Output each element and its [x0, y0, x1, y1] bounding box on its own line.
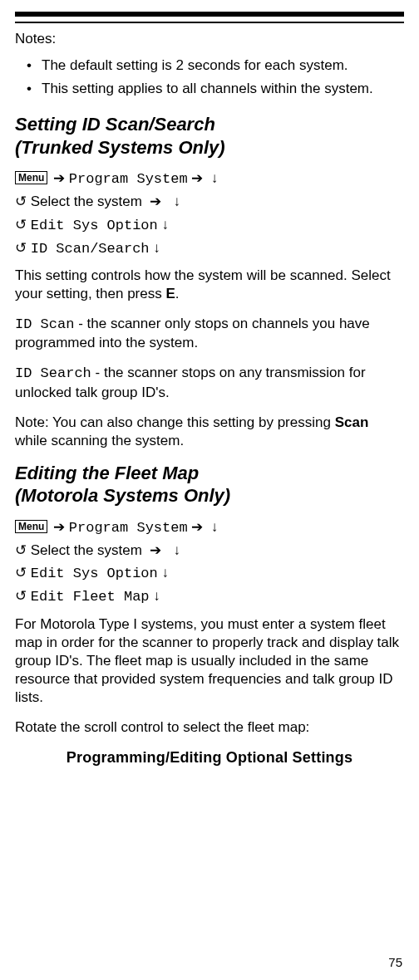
nav-step-edit-fleet-map: Edit Fleet Map: [31, 589, 150, 605]
text: This setting controls how the system wil…: [15, 267, 391, 301]
nav-path: Menu ➔ Program System ➔ ↓ ↺ Select the s…: [15, 167, 404, 260]
arrow-down-icon: ↓: [174, 542, 181, 558]
arrow-right-icon: ➔: [53, 170, 65, 186]
arrow-down-icon: ↓: [153, 588, 160, 604]
arrow-right-icon: ➔: [191, 170, 203, 186]
menu-key-icon: Menu: [15, 171, 47, 184]
footer-title: Programming/Editing Optional Settings: [15, 748, 404, 767]
paragraph: ID Scan - the scanner only stops on chan…: [15, 315, 404, 352]
rotate-icon: ↺: [15, 217, 27, 233]
arrow-right-icon: ➔: [150, 542, 161, 558]
key-scan: Scan: [335, 414, 369, 430]
nav-step-program-system: Program System: [69, 171, 188, 187]
term-id-search: ID Search: [15, 365, 91, 381]
arrow-down-icon: ↓: [174, 194, 181, 209]
arrow-down-icon: ↓: [153, 240, 160, 256]
rule-thick: [15, 12, 404, 17]
nav-step-id-scan-search: ID Scan/Search: [31, 241, 150, 257]
notes-item: The default setting is 2 seconds for eac…: [27, 56, 404, 75]
rotate-icon: ↺: [15, 240, 27, 256]
page-number: 75: [388, 954, 402, 971]
paragraph: ID Search - the scanner stops on any tra…: [15, 364, 404, 401]
text: while scanning the system.: [15, 433, 184, 448]
paragraph: Rotate the scroll control to select the …: [15, 718, 404, 737]
paragraph: This setting controls how the system wil…: [15, 267, 404, 303]
heading-line: (Motorola Systems Only): [15, 485, 230, 506]
rotate-icon: ↺: [15, 565, 27, 581]
nav-step-program-system: Program System: [69, 520, 188, 536]
arrow-right-icon: ➔: [191, 519, 203, 535]
menu-key-icon: Menu: [15, 520, 47, 533]
nav-path: Menu ➔ Program System ➔ ↓ ↺ Select the s…: [15, 516, 404, 609]
text: Note: You can also change this setting b…: [15, 414, 335, 430]
arrow-down-icon: ↓: [211, 519, 219, 535]
nav-step-edit-sys-option: Edit Sys Option: [31, 566, 158, 581]
rotate-icon: ↺: [15, 588, 27, 604]
rule-thin: [15, 22, 404, 23]
notes-item: This setting applies to all channels wit…: [27, 80, 404, 98]
notes-list: The default setting is 2 seconds for eac…: [15, 56, 404, 98]
rotate-icon: ↺: [15, 194, 27, 209]
paragraph: Note: You can also change this setting b…: [15, 414, 404, 450]
arrow-down-icon: ↓: [162, 217, 170, 233]
nav-step-edit-sys-option: Edit Sys Option: [31, 218, 158, 233]
arrow-right-icon: ➔: [150, 194, 161, 209]
arrow-right-icon: ➔: [53, 519, 65, 535]
heading-line: Setting ID Scan/Search: [15, 114, 215, 135]
key-e: E: [165, 286, 175, 301]
section-heading-fleet-map: Editing the Fleet Map (Motorola Systems …: [15, 462, 404, 507]
heading-line: Editing the Fleet Map: [15, 463, 199, 483]
arrow-down-icon: ↓: [162, 565, 170, 581]
notes-label: Notes:: [15, 30, 404, 48]
nav-step-select-system: Select the system: [31, 194, 142, 209]
text: .: [175, 286, 180, 301]
rotate-icon: ↺: [15, 542, 27, 558]
term-id-scan: ID Scan: [15, 316, 74, 332]
nav-step-select-system: Select the system: [31, 542, 142, 558]
arrow-down-icon: ↓: [211, 170, 219, 186]
paragraph: For Motorola Type I systems, you must en…: [15, 615, 404, 707]
section-heading-id-scan: Setting ID Scan/Search (Trunked Systems …: [15, 113, 404, 159]
heading-line: (Trunked Systems Only): [15, 137, 225, 158]
